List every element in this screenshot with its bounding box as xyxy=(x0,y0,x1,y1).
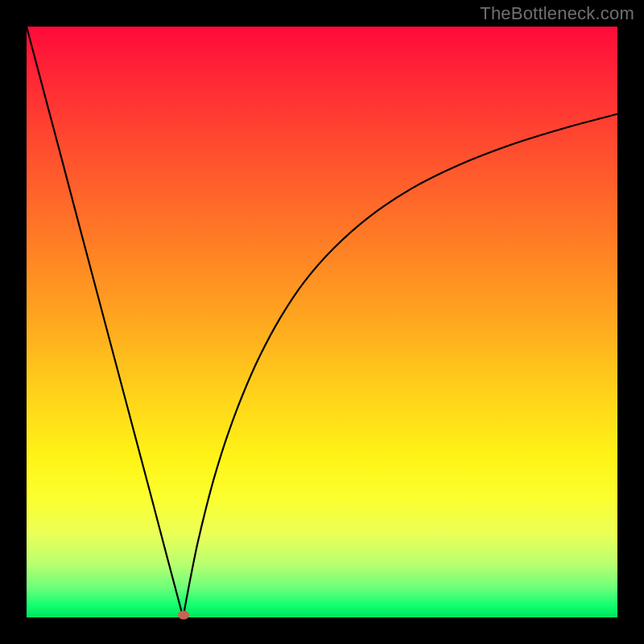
watermark-text: TheBottleneck.com xyxy=(480,3,634,24)
bottleneck-curve xyxy=(27,27,617,617)
minimum-marker xyxy=(178,611,189,620)
plot-area xyxy=(27,27,617,617)
curve-left-branch xyxy=(27,27,184,617)
chart-frame: TheBottleneck.com xyxy=(0,0,644,644)
curve-right-branch xyxy=(184,114,617,617)
